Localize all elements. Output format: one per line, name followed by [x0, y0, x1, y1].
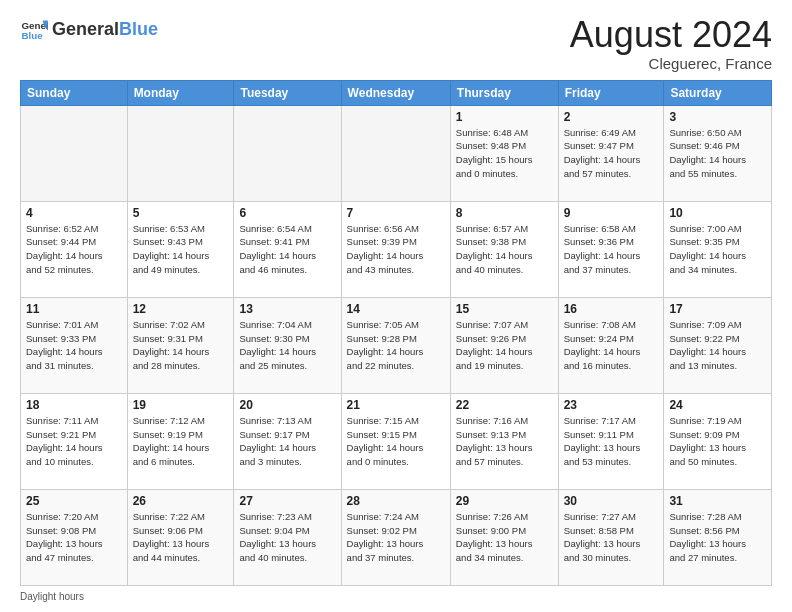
day-info: Sunrise: 6:49 AM Sunset: 9:47 PM Dayligh…: [564, 126, 659, 181]
day-info: Sunrise: 7:11 AM Sunset: 9:21 PM Dayligh…: [26, 414, 122, 469]
day-info: Sunrise: 6:56 AM Sunset: 9:39 PM Dayligh…: [347, 222, 445, 277]
day-number: 18: [26, 398, 122, 412]
daylight-label: Daylight hours: [20, 591, 84, 602]
day-info: Sunrise: 7:20 AM Sunset: 9:08 PM Dayligh…: [26, 510, 122, 565]
day-info: Sunrise: 7:23 AM Sunset: 9:04 PM Dayligh…: [239, 510, 335, 565]
calendar-header: Sunday Monday Tuesday Wednesday Thursday…: [21, 80, 772, 105]
logo: General Blue GeneralBlue: [20, 15, 158, 43]
day-cell: 30Sunrise: 7:27 AM Sunset: 8:58 PM Dayli…: [558, 489, 664, 585]
week-row-4: 25Sunrise: 7:20 AM Sunset: 9:08 PM Dayli…: [21, 489, 772, 585]
col-tuesday: Tuesday: [234, 80, 341, 105]
day-cell: 11Sunrise: 7:01 AM Sunset: 9:33 PM Dayli…: [21, 297, 128, 393]
day-cell: 12Sunrise: 7:02 AM Sunset: 9:31 PM Dayli…: [127, 297, 234, 393]
day-number: 14: [347, 302, 445, 316]
day-number: 19: [133, 398, 229, 412]
logo-icon: General Blue: [20, 15, 48, 43]
day-number: 21: [347, 398, 445, 412]
day-number: 29: [456, 494, 553, 508]
day-cell: 16Sunrise: 7:08 AM Sunset: 9:24 PM Dayli…: [558, 297, 664, 393]
day-number: 9: [564, 206, 659, 220]
col-sunday: Sunday: [21, 80, 128, 105]
day-number: 1: [456, 110, 553, 124]
footer-note: Daylight hours: [20, 591, 772, 602]
day-cell: 23Sunrise: 7:17 AM Sunset: 9:11 PM Dayli…: [558, 393, 664, 489]
day-info: Sunrise: 7:02 AM Sunset: 9:31 PM Dayligh…: [133, 318, 229, 373]
day-number: 20: [239, 398, 335, 412]
day-number: 4: [26, 206, 122, 220]
day-number: 5: [133, 206, 229, 220]
day-number: 25: [26, 494, 122, 508]
logo-blue: Blue: [119, 19, 158, 39]
day-number: 24: [669, 398, 766, 412]
day-cell: 20Sunrise: 7:13 AM Sunset: 9:17 PM Dayli…: [234, 393, 341, 489]
header: General Blue GeneralBlue August 2024 Cle…: [20, 15, 772, 72]
day-info: Sunrise: 6:50 AM Sunset: 9:46 PM Dayligh…: [669, 126, 766, 181]
day-number: 26: [133, 494, 229, 508]
day-cell: [234, 105, 341, 201]
col-wednesday: Wednesday: [341, 80, 450, 105]
day-cell: 18Sunrise: 7:11 AM Sunset: 9:21 PM Dayli…: [21, 393, 128, 489]
day-cell: [21, 105, 128, 201]
day-info: Sunrise: 7:00 AM Sunset: 9:35 PM Dayligh…: [669, 222, 766, 277]
col-monday: Monday: [127, 80, 234, 105]
day-info: Sunrise: 6:53 AM Sunset: 9:43 PM Dayligh…: [133, 222, 229, 277]
calendar-body: 1Sunrise: 6:48 AM Sunset: 9:48 PM Daylig…: [21, 105, 772, 585]
day-number: 16: [564, 302, 659, 316]
day-cell: 27Sunrise: 7:23 AM Sunset: 9:04 PM Dayli…: [234, 489, 341, 585]
day-number: 11: [26, 302, 122, 316]
day-info: Sunrise: 6:57 AM Sunset: 9:38 PM Dayligh…: [456, 222, 553, 277]
col-friday: Friday: [558, 80, 664, 105]
day-number: 7: [347, 206, 445, 220]
day-cell: 2Sunrise: 6:49 AM Sunset: 9:47 PM Daylig…: [558, 105, 664, 201]
day-info: Sunrise: 7:13 AM Sunset: 9:17 PM Dayligh…: [239, 414, 335, 469]
day-number: 30: [564, 494, 659, 508]
day-cell: 7Sunrise: 6:56 AM Sunset: 9:39 PM Daylig…: [341, 201, 450, 297]
day-cell: 21Sunrise: 7:15 AM Sunset: 9:15 PM Dayli…: [341, 393, 450, 489]
day-info: Sunrise: 7:27 AM Sunset: 8:58 PM Dayligh…: [564, 510, 659, 565]
day-info: Sunrise: 6:48 AM Sunset: 9:48 PM Dayligh…: [456, 126, 553, 181]
title-section: August 2024 Cleguerec, France: [570, 15, 772, 72]
day-cell: 3Sunrise: 6:50 AM Sunset: 9:46 PM Daylig…: [664, 105, 772, 201]
day-cell: 10Sunrise: 7:00 AM Sunset: 9:35 PM Dayli…: [664, 201, 772, 297]
day-number: 12: [133, 302, 229, 316]
day-info: Sunrise: 7:28 AM Sunset: 8:56 PM Dayligh…: [669, 510, 766, 565]
day-info: Sunrise: 7:16 AM Sunset: 9:13 PM Dayligh…: [456, 414, 553, 469]
day-info: Sunrise: 7:08 AM Sunset: 9:24 PM Dayligh…: [564, 318, 659, 373]
day-info: Sunrise: 7:15 AM Sunset: 9:15 PM Dayligh…: [347, 414, 445, 469]
day-cell: 28Sunrise: 7:24 AM Sunset: 9:02 PM Dayli…: [341, 489, 450, 585]
day-number: 2: [564, 110, 659, 124]
day-info: Sunrise: 7:19 AM Sunset: 9:09 PM Dayligh…: [669, 414, 766, 469]
week-row-1: 4Sunrise: 6:52 AM Sunset: 9:44 PM Daylig…: [21, 201, 772, 297]
logo-wordmark: GeneralBlue: [52, 20, 158, 38]
day-info: Sunrise: 7:01 AM Sunset: 9:33 PM Dayligh…: [26, 318, 122, 373]
day-number: 31: [669, 494, 766, 508]
day-cell: 19Sunrise: 7:12 AM Sunset: 9:19 PM Dayli…: [127, 393, 234, 489]
day-number: 15: [456, 302, 553, 316]
day-number: 10: [669, 206, 766, 220]
day-cell: 4Sunrise: 6:52 AM Sunset: 9:44 PM Daylig…: [21, 201, 128, 297]
week-row-3: 18Sunrise: 7:11 AM Sunset: 9:21 PM Dayli…: [21, 393, 772, 489]
day-cell: 24Sunrise: 7:19 AM Sunset: 9:09 PM Dayli…: [664, 393, 772, 489]
day-info: Sunrise: 7:22 AM Sunset: 9:06 PM Dayligh…: [133, 510, 229, 565]
day-number: 27: [239, 494, 335, 508]
day-cell: 26Sunrise: 7:22 AM Sunset: 9:06 PM Dayli…: [127, 489, 234, 585]
day-number: 8: [456, 206, 553, 220]
day-number: 17: [669, 302, 766, 316]
day-cell: 29Sunrise: 7:26 AM Sunset: 9:00 PM Dayli…: [450, 489, 558, 585]
day-cell: 22Sunrise: 7:16 AM Sunset: 9:13 PM Dayli…: [450, 393, 558, 489]
logo-general: General: [52, 19, 119, 39]
day-info: Sunrise: 7:05 AM Sunset: 9:28 PM Dayligh…: [347, 318, 445, 373]
day-info: Sunrise: 7:09 AM Sunset: 9:22 PM Dayligh…: [669, 318, 766, 373]
week-row-2: 11Sunrise: 7:01 AM Sunset: 9:33 PM Dayli…: [21, 297, 772, 393]
day-cell: 25Sunrise: 7:20 AM Sunset: 9:08 PM Dayli…: [21, 489, 128, 585]
day-cell: 6Sunrise: 6:54 AM Sunset: 9:41 PM Daylig…: [234, 201, 341, 297]
day-cell: 1Sunrise: 6:48 AM Sunset: 9:48 PM Daylig…: [450, 105, 558, 201]
day-number: 6: [239, 206, 335, 220]
svg-text:Blue: Blue: [21, 30, 43, 41]
day-info: Sunrise: 7:12 AM Sunset: 9:19 PM Dayligh…: [133, 414, 229, 469]
day-cell: [341, 105, 450, 201]
day-info: Sunrise: 6:58 AM Sunset: 9:36 PM Dayligh…: [564, 222, 659, 277]
day-info: Sunrise: 7:07 AM Sunset: 9:26 PM Dayligh…: [456, 318, 553, 373]
day-cell: [127, 105, 234, 201]
week-row-0: 1Sunrise: 6:48 AM Sunset: 9:48 PM Daylig…: [21, 105, 772, 201]
